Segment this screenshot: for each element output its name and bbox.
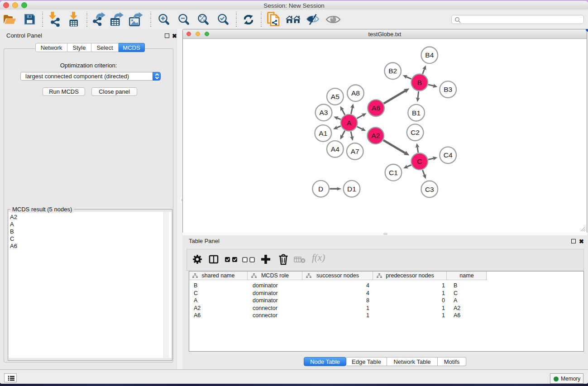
svg-text:A1: A1 [319,129,327,137]
svg-text:A3: A3 [320,109,328,116]
svg-text:B4: B4 [425,51,434,59]
svg-text:C2: C2 [411,129,420,136]
svg-text:C: C [417,157,422,165]
svg-text:B: B [417,79,422,86]
svg-text:C1: C1 [389,169,398,176]
svg-text:D1: D1 [347,185,356,193]
svg-text:A7: A7 [351,148,359,155]
svg-text:A: A [347,119,352,127]
svg-text:D: D [318,185,323,193]
svg-text:A6: A6 [372,104,380,112]
svg-text:C3: C3 [425,186,434,193]
svg-text:C4: C4 [444,151,453,159]
svg-text:B2: B2 [388,67,397,75]
svg-text:B3: B3 [444,86,452,93]
svg-text:B1: B1 [412,109,421,117]
svg-text:A5: A5 [331,93,339,100]
svg-text:A2: A2 [371,132,380,139]
svg-text:A4: A4 [331,145,339,153]
svg-text:A8: A8 [351,89,360,97]
